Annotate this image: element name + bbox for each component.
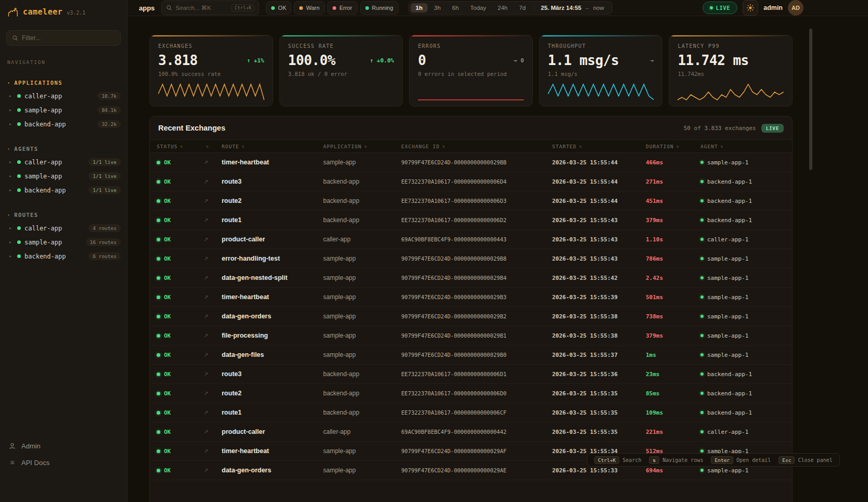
agent-cell: backend-app-1 bbox=[700, 371, 785, 378]
status-filter-chip[interactable]: Running bbox=[360, 1, 399, 15]
agent-label: backend-app-1 bbox=[707, 217, 752, 224]
section-header-routes[interactable]: ▾ ROUTES bbox=[7, 212, 120, 218]
sort-icon: ⇅ bbox=[676, 144, 680, 149]
table-row[interactable]: OK ↗ route3 backend-app EE7322370A10617-… bbox=[150, 365, 792, 384]
agent-cell: backend-app-1 bbox=[700, 178, 785, 185]
sidebar-filter-input[interactable] bbox=[22, 34, 115, 42]
table-row[interactable]: OK ↗ timer-heartbeat sample-app 90799F47… bbox=[150, 153, 792, 172]
column-header[interactable]: ROUTE ⇅ bbox=[222, 144, 323, 149]
agent-label: sample-app-1 bbox=[707, 352, 748, 358]
sun-icon bbox=[746, 4, 755, 12]
column-header[interactable]: AGENT ⇅ bbox=[700, 144, 785, 149]
table-row[interactable]: OK ↗ route1 backend-app EE7322370A10617-… bbox=[150, 211, 792, 230]
column-header[interactable]: DURATION ⇅ bbox=[646, 144, 700, 149]
status-label: OK bbox=[164, 178, 171, 185]
scrollbar[interactable] bbox=[809, 29, 812, 170]
agent-dot bbox=[700, 276, 704, 279]
route-cell: data-gen-files bbox=[222, 351, 323, 358]
column-header[interactable]: ⇅ bbox=[203, 144, 222, 149]
time-range-button[interactable]: Today bbox=[465, 3, 492, 12]
table-row[interactable]: OK ↗ route1 backend-app EE7322370A10617-… bbox=[150, 403, 792, 422]
stat-trend: ↑ +1% bbox=[247, 57, 264, 64]
sidebar-item[interactable]: ▸ sample-app 16 routes bbox=[0, 235, 127, 249]
time-range-button[interactable]: 24h bbox=[492, 3, 513, 12]
status-filter-chip[interactable]: Error bbox=[327, 1, 357, 15]
sidebar-item[interactable]: ▸ sample-app 1/1 live bbox=[0, 169, 127, 183]
status-cell: OK bbox=[157, 294, 203, 301]
status-cell: OK bbox=[157, 313, 203, 320]
status-filter-chip[interactable]: OK bbox=[266, 1, 291, 15]
exchange-id-cell: EE7322370A10617-00000000000006CF bbox=[401, 409, 552, 416]
sidebar-item-label: backend-app bbox=[24, 187, 66, 194]
stat-trend: → 0 bbox=[514, 57, 524, 64]
avatar[interactable]: AD bbox=[788, 0, 803, 16]
status-label: OK bbox=[164, 448, 171, 455]
theme-toggle-button[interactable] bbox=[743, 0, 758, 16]
stat-subtext: 1.1 msg/s bbox=[548, 71, 654, 77]
column-label: ROUTE bbox=[222, 144, 239, 149]
table-row[interactable]: OK ↗ route3 backend-app EE7322370A10617-… bbox=[150, 172, 792, 191]
sidebar-item[interactable]: ▸ backend-app 1/1 live bbox=[0, 183, 127, 197]
column-header[interactable]: STARTED ⇅ bbox=[552, 144, 646, 149]
column-header[interactable]: APPLICATION ⇅ bbox=[323, 144, 401, 149]
time-range-button[interactable]: 6h bbox=[447, 3, 464, 12]
agent-dot bbox=[700, 411, 704, 414]
sidebar-item[interactable]: ▸ caller-app 1/1 live bbox=[0, 155, 127, 169]
time-range-group: 1h3h6hToday24h7d 25. März 14:55 – now bbox=[409, 1, 612, 15]
application-cell: caller-app bbox=[323, 236, 401, 243]
table-row[interactable]: OK ↗ product-caller caller-app 69AC90BF8… bbox=[150, 422, 792, 442]
exchange-id-cell: EE7322370A10617-00000000000006D0 bbox=[401, 390, 552, 396]
section-header-applications[interactable]: ▾ APPLICATIONS bbox=[7, 80, 120, 86]
sidebar-item-badge: 16 routes bbox=[86, 238, 121, 246]
sidebar-item-label: backend-app bbox=[24, 253, 66, 260]
sidebar-item[interactable]: ▸ backend-app 6 routes bbox=[0, 249, 127, 263]
agent-dot bbox=[700, 218, 704, 222]
hint-key: Esc bbox=[778, 456, 795, 464]
live-toggle-button[interactable]: LIVE bbox=[703, 2, 738, 14]
time-range-button[interactable]: 3h bbox=[429, 3, 446, 12]
sidebar-filter[interactable] bbox=[6, 30, 121, 46]
time-to[interactable]: now bbox=[593, 5, 604, 11]
api-docs-link[interactable]: ≡ API Docs bbox=[0, 454, 127, 471]
stat-card: SUCCESS RATE 100.0% ↑ +0.0% 3.818 ok / 0… bbox=[279, 35, 403, 107]
route-cell: route3 bbox=[222, 178, 323, 185]
sort-icon: ⇅ bbox=[242, 144, 245, 149]
time-range-button[interactable]: 7d bbox=[514, 3, 531, 12]
search-input[interactable] bbox=[175, 5, 223, 11]
status-cell: OK bbox=[157, 409, 203, 416]
table-row[interactable]: OK ↗ data-gen-orders sample-app 90799F47… bbox=[150, 307, 792, 326]
admin-link[interactable]: Admin bbox=[0, 437, 127, 454]
duration-cell: 221ms bbox=[646, 429, 700, 435]
global-search[interactable]: Ctrl+K bbox=[161, 1, 259, 15]
table-row[interactable]: OK ↗ file-processing sample-app 90799F47… bbox=[150, 326, 792, 345]
application-cell: sample-app bbox=[323, 447, 401, 455]
table-row[interactable]: OK ↗ error-handling-test sample-app 9079… bbox=[150, 249, 792, 268]
stat-trend: → bbox=[650, 57, 654, 64]
table-row[interactable]: OK ↗ timer-heartbeat sample-app 90799F47… bbox=[150, 288, 792, 307]
hint-label: Search bbox=[622, 457, 641, 463]
table-row[interactable]: OK ↗ route2 backend-app EE7322370A10617-… bbox=[150, 191, 792, 211]
sidebar-item[interactable]: ▸ caller-app 4 routes bbox=[0, 221, 127, 235]
sidebar-item[interactable]: ▸ sample-app 84.1k bbox=[0, 103, 127, 117]
time-range-button[interactable]: 1h bbox=[411, 3, 428, 12]
table-row[interactable]: OK ↗ data-gen-nested-split sample-app 90… bbox=[150, 268, 792, 288]
route-cell: timer-heartbeat bbox=[222, 293, 323, 301]
application-cell: backend-app bbox=[323, 390, 401, 397]
sidebar-item[interactable]: ▸ caller-app 10.7k bbox=[0, 89, 127, 103]
status-filter-group: OK Warn Error Running bbox=[266, 1, 398, 15]
table-row[interactable]: OK ↗ product-caller caller-app 69AC90BF8… bbox=[150, 230, 792, 249]
status-filter-chip[interactable]: Warn bbox=[294, 1, 325, 15]
agent-label: backend-app-1 bbox=[707, 390, 752, 397]
status-dot bbox=[157, 353, 160, 357]
agent-cell: sample-app-1 bbox=[700, 352, 785, 358]
table-row[interactable]: OK ↗ route2 backend-app EE7322370A10617-… bbox=[150, 384, 792, 403]
column-header[interactable]: STATUS ⇅ bbox=[157, 144, 203, 149]
table-row[interactable]: OK ↗ data-gen-files sample-app 90799F47E… bbox=[150, 345, 792, 365]
sidebar-item[interactable]: ▸ backend-app 32.2k bbox=[0, 117, 127, 131]
column-header[interactable]: EXCHANGE ID ⇅ bbox=[401, 144, 552, 149]
status-dot bbox=[157, 449, 160, 453]
status-cell: OK bbox=[157, 332, 203, 339]
section-items-agents: ▸ caller-app 1/1 live ▸ sample-app 1/1 l… bbox=[0, 155, 127, 197]
duration-cell: 1.10s bbox=[646, 236, 700, 243]
section-header-agents[interactable]: ▾ AGENTS bbox=[7, 146, 120, 152]
